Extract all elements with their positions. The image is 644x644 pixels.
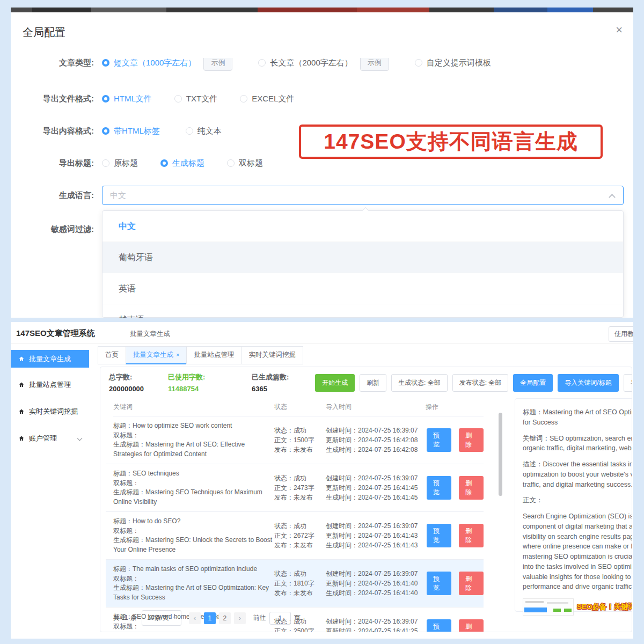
help-tutorial-button[interactable]: 使用教程 <box>609 326 633 342</box>
long-article-option-label[interactable]: 长文章（2000字左右） <box>270 58 352 68</box>
original-title-option-label[interactable]: 原标题 <box>114 158 138 169</box>
radio-txt-file[interactable] <box>174 95 182 103</box>
row-dual-title: 双标题： <box>113 431 274 441</box>
content-card: 总字数: 200000000 已使用字数: 11488754 已生成篇数: 63… <box>100 367 632 632</box>
radio-dual-title[interactable] <box>227 159 235 167</box>
radio-generated-title[interactable] <box>160 159 168 167</box>
import-keywords-button[interactable]: 导入关键词/标题 <box>558 374 618 392</box>
seo-article-manager-app: 147SEO文章管理系统 批量文章生成 使用教程 批量文章生成 批量站点管理 实… <box>11 322 633 639</box>
sidebar-item-account[interactable]: 账户管理 <box>11 429 89 447</box>
publish-status-select[interactable]: 发布状态: 全部 <box>452 374 509 392</box>
refresh-button[interactable]: 刷新 <box>360 374 386 392</box>
radio-long-article[interactable] <box>258 59 266 67</box>
prev-page-button[interactable]: ‹ <box>189 612 201 624</box>
row-generated-title: 生成标题：Mastering SEO Keyword Strategies fo… <box>113 631 274 632</box>
preview-button[interactable]: 预览 <box>427 524 451 547</box>
row-wordcount: 正文：1810字 <box>274 579 326 588</box>
row-updated: 更新时间：2024-07-25 16:42:08 <box>326 435 426 445</box>
sidebar: 批量文章生成 批量站点管理 实时关键词挖掘 账户管理 <box>11 343 89 639</box>
generated-title-option-label[interactable]: 生成标题 <box>172 158 204 169</box>
col-status: 状态 <box>274 402 326 412</box>
export-success-button[interactable]: 导出成功文章 <box>624 374 632 392</box>
tab-keyword-mining[interactable]: 实时关键词挖掘 <box>241 346 303 364</box>
preview-body-label: 正文： <box>523 495 632 506</box>
row-generated-title: 生成标题：Mastering the Art of SEO: Effective… <box>113 440 274 459</box>
sidebar-item-batch-site[interactable]: 批量站点管理 <box>11 376 89 393</box>
row-generated-title: 生成标题：Mastering the Art of SEO Optimizati… <box>113 583 274 602</box>
delete-button[interactable]: 删除 <box>459 428 484 452</box>
excel-file-option-label[interactable]: EXCEL文件 <box>252 94 294 104</box>
preview-button[interactable]: 预览 <box>427 428 451 452</box>
vertical-scrollbar[interactable] <box>499 413 502 496</box>
start-generate-button[interactable]: 开始生成 <box>315 374 355 392</box>
delete-button[interactable]: 删除 <box>459 619 484 632</box>
table-row: 标题：SEO techniques 双标题： 生成标题：Mastering SE… <box>106 464 484 512</box>
language-select[interactable]: 中文 <box>102 186 624 205</box>
tab-home[interactable]: 首页 <box>98 346 126 364</box>
tab-batch-site[interactable]: 批量站点管理 <box>186 346 241 364</box>
plain-text-option-label[interactable]: 纯文本 <box>197 126 222 136</box>
row-dual-title: 双标题： <box>113 479 274 488</box>
stats-toolbar: 总字数: 200000000 已使用字数: 11488754 已生成篇数: 63… <box>109 372 632 393</box>
row-title: 标题：How to optimize SEO work content <box>113 421 274 431</box>
dropdown-option-portuguese[interactable]: 葡萄牙语 <box>103 242 623 273</box>
radio-with-html-tags[interactable] <box>102 127 109 135</box>
home-icon <box>18 435 25 442</box>
row-wordcount: 正文：1500字 <box>274 435 326 445</box>
row-generated-time: 生成时间：2024-07-25 16:41:43 <box>326 540 426 550</box>
radio-excel-file[interactable] <box>240 95 247 103</box>
row-status: 状态：成功 <box>274 569 326 579</box>
delete-button[interactable]: 删除 <box>459 524 484 547</box>
long-article-example-button[interactable]: 示例 <box>360 58 389 71</box>
global-config-button[interactable]: 全局配置 <box>513 374 553 392</box>
row-generated-time: 生成时间：2024-07-25 16:41:40 <box>326 588 426 598</box>
home-icon <box>18 356 25 362</box>
tab-batch-article[interactable]: 批量文章生成× <box>126 346 187 364</box>
short-article-option-label[interactable]: 短文章（1000字左右） <box>114 58 196 68</box>
delete-button[interactable]: 删除 <box>459 476 484 500</box>
dual-title-option-label[interactable]: 双标题 <box>239 158 263 169</box>
col-actions: 操作 <box>426 402 484 412</box>
preview-button[interactable]: 预览 <box>427 619 451 632</box>
stat-generated-count: 已生成篇数: 6365 <box>252 372 308 393</box>
radio-plain-text[interactable] <box>186 127 193 135</box>
goto-page-input[interactable]: 1 <box>269 612 291 625</box>
preview-button[interactable]: 预览 <box>427 572 451 595</box>
page-2-button[interactable]: 2 <box>219 612 231 624</box>
row-dual-title: 双标题： <box>113 574 274 584</box>
sidebar-item-keyword-mining[interactable]: 实时关键词挖掘 <box>11 402 89 420</box>
row-title: 标题：The main tasks of SEO optimization in… <box>113 565 274 574</box>
generate-status-select[interactable]: 生成状态: 全部 <box>391 374 448 392</box>
delete-button[interactable]: 删除 <box>459 572 484 595</box>
tab-close-icon[interactable]: × <box>176 352 179 358</box>
row-generated-time: 生成时间：2024-07-25 16:41:45 <box>326 493 426 502</box>
col-keyword: 关键词 <box>113 402 274 412</box>
radio-custom-template[interactable] <box>415 59 422 67</box>
tab-bar: 首页 批量文章生成× 批量站点管理 实时关键词挖掘 <box>98 346 303 364</box>
next-page-button[interactable]: › <box>234 612 246 624</box>
close-icon[interactable]: × <box>616 24 623 36</box>
custom-template-option-label[interactable]: 自定义提示词模板 <box>427 58 491 68</box>
article-table: 关键词 状态 导入时间 操作 标题：How to optimize SEO wo… <box>113 399 484 632</box>
page-unit-label: 页 <box>294 613 301 623</box>
txt-file-option-label[interactable]: TXT文件 <box>186 94 217 104</box>
preview-button[interactable]: 预览 <box>427 476 451 500</box>
page-1-button[interactable]: 1 <box>204 612 216 624</box>
row-generated-time: 生成时间：2024-07-25 16:42:08 <box>326 445 426 455</box>
sidebar-item-batch-article[interactable]: 批量文章生成 <box>11 350 89 368</box>
chevron-down-icon <box>173 614 177 619</box>
page-size-select[interactable]: 10条/页 <box>142 610 181 626</box>
dropdown-option-vietnamese[interactable]: 越南语 <box>103 304 623 318</box>
short-article-example-button[interactable]: 示例 <box>203 58 232 71</box>
with-html-tags-option-label[interactable]: 带HTML标签 <box>114 126 160 136</box>
radio-short-article[interactable] <box>102 59 109 67</box>
preview-description: 描述：Discover the essential tasks involved… <box>523 459 632 489</box>
dropdown-option-chinese[interactable]: 中文 <box>103 211 623 242</box>
dropdown-option-english[interactable]: 英语 <box>103 273 623 304</box>
radio-original-title[interactable] <box>102 159 109 167</box>
sidebar-item-label: 批量文章生成 <box>29 354 71 364</box>
generate-language-label: 生成语言: <box>11 191 94 201</box>
html-file-option-label[interactable]: HTML文件 <box>114 94 152 104</box>
row-publish: 发布：未发布 <box>274 493 326 502</box>
radio-html-file[interactable] <box>102 95 109 103</box>
